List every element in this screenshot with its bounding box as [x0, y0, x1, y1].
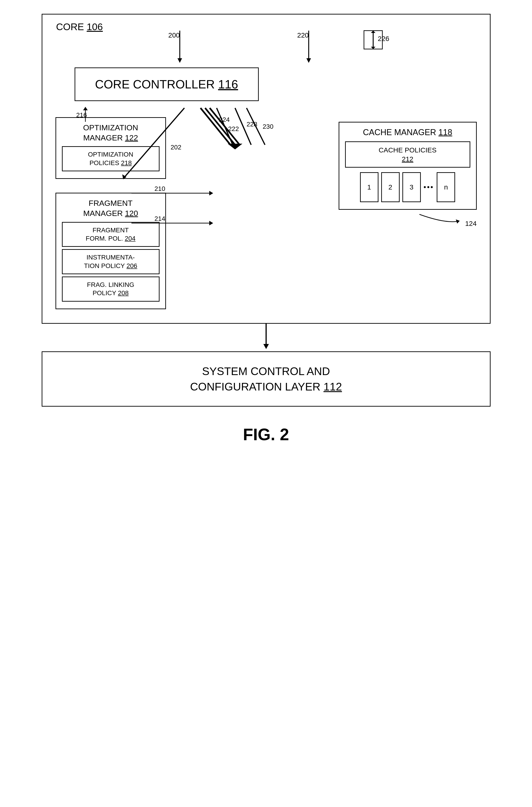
svg-marker-32 [209, 221, 213, 225]
cache-slots-row: 1 2 3 ••• n [345, 172, 470, 202]
cache-slot-n: n [437, 172, 455, 202]
cache-124-label: 124 [339, 212, 477, 227]
svg-marker-3 [306, 58, 311, 63]
svg-marker-36 [263, 344, 269, 349]
cache-slot-2: 2 [381, 172, 400, 202]
svg-text:202: 202 [171, 144, 182, 151]
connections-area: 202 222 224 [166, 104, 339, 265]
core-controller-label: CORE CONTROLLER 116 [95, 78, 238, 91]
cache-dots: ••• [423, 183, 434, 191]
cache-manager-title: CACHE MANAGER 118 [345, 127, 470, 138]
svg-text:210: 210 [154, 185, 165, 192]
optimization-manager-title: OPTIMIZATIONMANAGER 122 [62, 123, 159, 143]
fig-label: FIG. 2 [243, 425, 289, 444]
svg-marker-29 [209, 191, 213, 195]
svg-text:222: 222 [228, 125, 239, 132]
optimization-policies-box: OPTIMIZATIONPOLICIES 218 [62, 146, 159, 171]
cache-slot-1: 1 [360, 172, 378, 202]
left-column: OPTIMIZATIONMANAGER 122 OPTIMIZATIONPOLI… [56, 117, 166, 309]
instrumentation-policy-box: INSTRUMENTA-TION POLICY 206 [62, 249, 159, 274]
between-arrow [42, 324, 491, 351]
fragment-form-pol-box: FRAGMENTFORM. POL. 204 [62, 222, 159, 247]
svg-text:230: 230 [263, 123, 273, 130]
svg-text:200: 200 [168, 31, 180, 39]
svg-text:216: 216 [76, 111, 87, 118]
svg-text:226: 226 [378, 35, 389, 42]
frag-linking-policy-box: FRAG. LINKINGPOLICY 208 [62, 277, 159, 302]
cache-slot-3: 3 [402, 172, 421, 202]
svg-line-14 [201, 108, 230, 145]
cache-manager-box: CACHE MANAGER 118 CACHE POLICIES212 1 2 … [339, 122, 477, 210]
core-box: CORE 106 [42, 14, 491, 324]
system-control-box: SYSTEM CONTROL ANDCONFIGURATION LAYER 11… [42, 351, 491, 407]
system-control-label: SYSTEM CONTROL ANDCONFIGURATION LAYER 11… [190, 365, 342, 393]
svg-marker-1 [177, 58, 182, 63]
full-diagram: CORE 106 [42, 14, 491, 407]
svg-text:214: 214 [154, 215, 165, 222]
cache-policies-box: CACHE POLICIES212 [345, 142, 470, 168]
top-arrows-svg: 200 220 226 [56, 31, 477, 68]
fragment-manager-title: FRAGMENTMANAGER 120 [62, 198, 159, 218]
svg-marker-17 [228, 144, 242, 149]
svg-text:220: 220 [297, 31, 309, 39]
svg-text:224: 224 [219, 116, 230, 123]
svg-marker-26 [83, 107, 88, 110]
core-controller-box: CORE CONTROLLER 116 [75, 68, 259, 101]
right-column: CACHE MANAGER 118 CACHE POLICIES212 1 2 … [339, 122, 477, 227]
connections-svg: 202 222 224 [166, 104, 339, 265]
between-arrow-svg [257, 324, 275, 351]
cache-124-arrow [417, 212, 463, 226]
diagram-container: CORE 106 [24, 14, 508, 444]
fragment-manager-box: FRAGMENTMANAGER 120 FRAGMENTFORM. POL. 2… [56, 193, 166, 309]
